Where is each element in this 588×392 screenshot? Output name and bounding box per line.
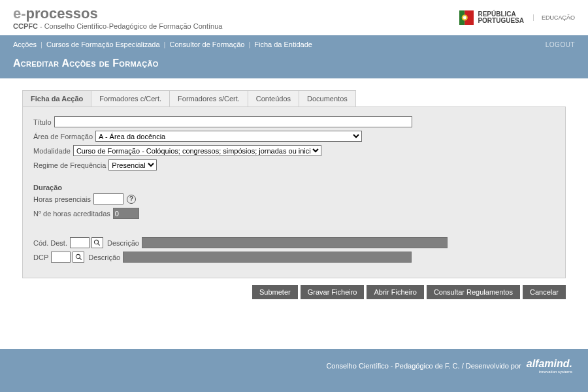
nav-sep: | <box>248 41 250 48</box>
svg-point-3 <box>463 16 466 20</box>
horas-acred-input <box>113 208 139 219</box>
nav-sep: | <box>41 41 42 48</box>
republic-logo: REPÚBLICA PORTUGUESA <box>459 10 524 25</box>
footer: Conselho Científico - Pedagógico de F. C… <box>0 349 588 392</box>
brand-name: alfamind. <box>527 358 572 369</box>
duracao-title: Duração <box>33 184 555 191</box>
dcp-label: DCP <box>33 253 51 261</box>
area-select[interactable]: A - Área da docência <box>95 131 362 142</box>
search-icon <box>93 239 101 246</box>
logo-main: processos <box>26 5 98 22</box>
tab-documentos[interactable]: Documentos <box>299 90 356 106</box>
republic-text: REPÚBLICA PORTUGUESA <box>478 11 524 25</box>
area-label: Área de Formação <box>33 133 95 140</box>
search-icon <box>75 253 82 261</box>
education-label: EDUCAÇÃO <box>533 14 575 21</box>
logout-link[interactable]: LOGOUT <box>546 41 575 48</box>
regime-label: Regime de Frequência <box>33 161 108 169</box>
open-file-button[interactable]: Abrir Ficheiro <box>367 285 423 299</box>
svg-point-4 <box>95 240 99 244</box>
nav-item-ficha[interactable]: Ficha da Entidade <box>254 41 312 48</box>
titulo-label: Título <box>33 118 54 126</box>
tabs: Ficha da Acção Formadores c/Cert. Formad… <box>22 90 566 106</box>
modalidade-label: Modalidade <box>33 147 73 155</box>
help-icon[interactable]: ? <box>127 195 136 204</box>
save-file-button[interactable]: Gravar Ficheiro <box>301 285 365 299</box>
cod-dest-desc-label: Descrição <box>103 239 142 247</box>
dcp-desc-label: Descrição <box>84 253 123 261</box>
nav-item-accoes[interactable]: Acções <box>13 41 37 48</box>
consult-button[interactable]: Consultar Regulamentos <box>427 285 520 299</box>
navbar: Acções | Cursos de Formação Especializad… <box>0 35 588 54</box>
footer-text: Conselho Científico - Pedagógico de F. C… <box>326 362 521 370</box>
codes-section: Cód. Dest. Descrição DCP Descrição <box>33 237 555 263</box>
dcp-input[interactable] <box>51 252 71 263</box>
titulo-input[interactable] <box>54 116 412 127</box>
form-panel: Título Área de Formação A - Área da docê… <box>22 106 566 278</box>
cod-dest-input[interactable] <box>70 237 90 248</box>
right-logos: REPÚBLICA PORTUGUESA EDUCAÇÃO <box>459 10 575 25</box>
cod-dest-label: Cód. Dest. <box>33 239 70 247</box>
logo-sub-rest: - Conselho Científico-Pedagógico de Form… <box>38 22 223 30</box>
tab-ficha-accao[interactable]: Ficha da Acção <box>22 90 91 106</box>
page-title: Acreditar Acções de Formação <box>13 57 575 69</box>
action-buttons: Submeter Gravar Ficheiro Abrir Ficheiro … <box>22 285 566 299</box>
cancel-button[interactable]: Cancelar <box>523 285 566 299</box>
footer-brand: alfamind. innovation systems <box>527 358 572 374</box>
brand-sub: innovation systems <box>527 370 572 374</box>
svg-line-5 <box>98 244 100 246</box>
dcp-lookup-button[interactable] <box>73 252 84 263</box>
dcp-desc-input <box>123 252 412 263</box>
nav-item-cursos[interactable]: Cursos de Formação Especializada <box>46 41 160 48</box>
logo-subtitle: CCPFC - Conselho Científico-Pedagógico d… <box>13 22 222 30</box>
tab-formadores-ccert[interactable]: Formadores c/Cert. <box>91 90 170 106</box>
logo-block: e-processos CCPFC - Conselho Científico-… <box>13 5 222 30</box>
svg-line-7 <box>80 258 82 260</box>
modalidade-select[interactable]: Curso de Formação - Colóquios; congresso… <box>73 145 321 156</box>
submit-button[interactable]: Submeter <box>252 285 298 299</box>
nav-item-consultor[interactable]: Consultor de Formação <box>169 41 244 48</box>
duracao-group: Duração Horas presenciais ? Nº de horas … <box>33 184 555 219</box>
svg-point-6 <box>76 254 80 258</box>
rp-line2: PORTUGUESA <box>478 18 524 25</box>
horas-pres-input[interactable] <box>93 193 123 204</box>
content-area: Ficha da Acção Formadores c/Cert. Formad… <box>0 78 588 311</box>
flag-icon <box>459 10 474 25</box>
cod-dest-lookup-button[interactable] <box>91 237 103 248</box>
tab-conteudos[interactable]: Conteúdos <box>248 90 299 106</box>
logo-title: e-processos <box>13 5 222 22</box>
horas-pres-label: Horas presenciais <box>33 195 93 203</box>
logo-prefix: e- <box>13 5 26 22</box>
nav-sep: | <box>164 41 166 48</box>
nav-left: Acções | Cursos de Formação Especializad… <box>13 41 312 48</box>
logo-sub-bold: CCPFC <box>13 22 38 30</box>
page-title-bar: Acreditar Acções de Formação <box>0 54 588 78</box>
regime-select[interactable]: Presencial <box>108 159 157 171</box>
cod-dest-desc-input <box>142 237 448 248</box>
horas-acred-label: Nº de horas acreditadas <box>33 210 113 218</box>
tab-formadores-scert[interactable]: Formadores s/Cert. <box>169 90 248 106</box>
app-header: e-processos CCPFC - Conselho Científico-… <box>0 0 588 35</box>
